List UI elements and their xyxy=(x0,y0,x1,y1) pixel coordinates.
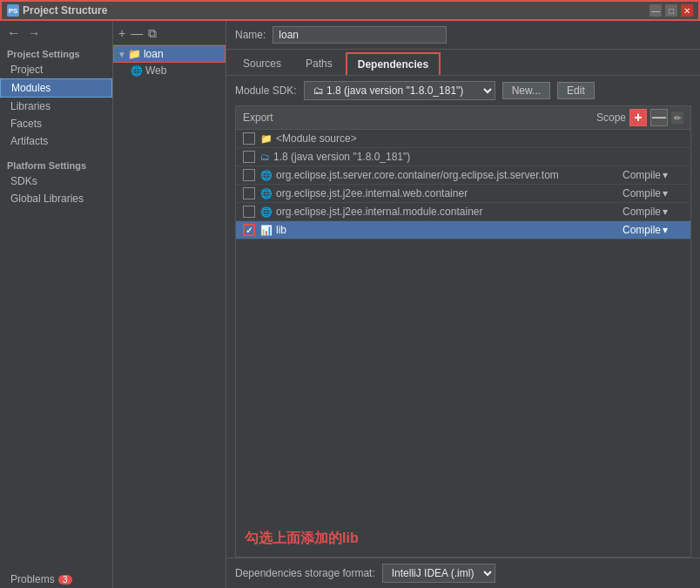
globe-icon: 🌐 xyxy=(260,170,273,181)
sdk-row: Module SDK: 🗂 1.8 (java version "1.8.0_1… xyxy=(226,76,700,105)
title-text: Project Structure xyxy=(23,4,107,17)
row-scope: Compile ▾ xyxy=(623,224,683,236)
project-settings-label: Project Settings xyxy=(0,45,112,61)
main-container: ← → Project Settings Project Modules Lib… xyxy=(0,21,700,588)
maximize-button[interactable]: □ xyxy=(665,4,677,17)
sdk-folder-icon: 🗂 xyxy=(260,152,270,162)
tree-copy-button[interactable]: ⧉ xyxy=(146,27,158,39)
table-header-right: Scope + — ✏ xyxy=(596,109,683,126)
platform-settings-label: Platform Settings xyxy=(0,153,112,172)
title-icon: PS xyxy=(7,4,19,17)
scope-label: Scope xyxy=(596,112,626,124)
folder-icon: 📁 xyxy=(128,48,141,60)
tab-sources[interactable]: Sources xyxy=(232,52,293,75)
title-bar: PS Project Structure — □ ✕ xyxy=(0,0,700,21)
sidebar-item-libraries[interactable]: Libraries xyxy=(0,98,112,115)
dependencies-table: Export Scope + — ✏ 📁 <Module source> xyxy=(235,105,691,558)
minimize-button[interactable]: — xyxy=(650,4,662,17)
new-button[interactable]: New... xyxy=(502,82,550,99)
name-label: Name: xyxy=(235,29,266,41)
storage-format-select[interactable]: IntelliJ IDEA (.iml) xyxy=(382,564,495,583)
sidebar-item-facets[interactable]: Facets xyxy=(0,115,112,132)
sidebar: ← → Project Settings Project Modules Lib… xyxy=(0,21,113,588)
row-text: 1.8 (java version "1.8.0_181") xyxy=(273,151,619,163)
row-text: org.eclipse.jst.j2ee.internal.module.con… xyxy=(276,206,619,218)
row-text: org.eclipse.jst.server.core.container/or… xyxy=(276,169,619,181)
tree-child-name: Web xyxy=(145,64,166,77)
table-edit-icon[interactable]: ✏ xyxy=(671,112,683,124)
table-add-button[interactable]: + xyxy=(629,109,647,126)
table-row[interactable]: 🌐 org.eclipse.jst.j2ee.internal.web.cont… xyxy=(236,185,690,203)
web-icon: 🌐 xyxy=(131,65,143,77)
scope-dropdown-icon[interactable]: ▾ xyxy=(663,224,668,236)
table-row[interactable]: 🗂 1.8 (java version "1.8.0_181") xyxy=(236,148,690,166)
row-text: lib xyxy=(276,224,619,236)
tab-paths[interactable]: Paths xyxy=(294,52,344,75)
scope-dropdown-icon[interactable]: ▾ xyxy=(663,206,668,218)
row-checkbox[interactable] xyxy=(243,187,255,199)
table-row[interactable]: 🌐 org.eclipse.jst.j2ee.internal.module.c… xyxy=(236,203,690,221)
tree-module-name: loan xyxy=(144,48,164,60)
globe-icon: 🌐 xyxy=(260,188,273,199)
sdk-label: Module SDK: xyxy=(235,84,297,97)
sidebar-item-project[interactable]: Project xyxy=(0,61,112,78)
name-row: Name: xyxy=(226,21,700,50)
lib-icon: 📊 xyxy=(260,225,273,236)
sidebar-item-modules[interactable]: Modules xyxy=(0,78,112,98)
tree-remove-button[interactable]: — xyxy=(129,27,145,39)
tab-dependencies[interactable]: Dependencies xyxy=(346,52,441,75)
scope-dropdown-icon[interactable]: ▾ xyxy=(663,169,668,181)
folder-icon: 📁 xyxy=(260,133,273,145)
export-label: Export xyxy=(243,112,273,124)
tree-module-loan[interactable]: ▼ 📁 loan xyxy=(113,45,225,63)
content-panel: Name: Sources Paths Dependencies Module … xyxy=(226,21,700,588)
tree-add-button[interactable]: + xyxy=(117,27,127,39)
annotation-text: 勾选上面添加的lib xyxy=(236,521,690,557)
tree-toolbar: + — ⧉ xyxy=(113,21,225,45)
row-checkbox[interactable] xyxy=(243,169,255,181)
bottom-row: Dependencies storage format: IntelliJ ID… xyxy=(226,558,700,588)
table-remove-button[interactable]: — xyxy=(650,109,668,126)
module-tree-panel: + — ⧉ ▼ 📁 loan 🌐 Web xyxy=(113,21,226,588)
row-checkbox[interactable] xyxy=(243,151,255,163)
tree-arrow: ▼ xyxy=(118,50,126,59)
title-bar-left: PS Project Structure xyxy=(7,4,107,17)
row-text: <Module source> xyxy=(276,132,619,145)
sidebar-toolbar: ← → xyxy=(0,21,112,45)
sidebar-item-problems[interactable]: Problems 3 xyxy=(0,571,112,588)
edit-button[interactable]: Edit xyxy=(557,82,595,99)
bottom-label: Dependencies storage format: xyxy=(235,567,375,579)
row-checkbox-checked[interactable] xyxy=(243,224,255,236)
back-button[interactable]: ← xyxy=(5,26,23,40)
row-scope: Compile ▾ xyxy=(623,187,683,199)
sidebar-item-artifacts[interactable]: Artifacts xyxy=(0,132,112,150)
table-body: 📁 <Module source> 🗂 1.8 (java version "1… xyxy=(236,130,690,521)
table-header: Export Scope + — ✏ xyxy=(236,106,690,130)
row-checkbox[interactable] xyxy=(243,206,255,218)
row-scope: Compile ▾ xyxy=(623,206,683,218)
tabs-row: Sources Paths Dependencies xyxy=(226,50,700,76)
row-checkbox[interactable] xyxy=(243,132,255,145)
table-row[interactable]: 🌐 org.eclipse.jst.server.core.container/… xyxy=(236,166,690,185)
globe-icon: 🌐 xyxy=(260,206,273,218)
table-row-lib[interactable]: 📊 lib Compile ▾ xyxy=(236,221,690,240)
sidebar-item-sdks[interactable]: SDKs xyxy=(0,172,112,190)
row-scope: Compile ▾ xyxy=(623,169,683,181)
close-button[interactable]: ✕ xyxy=(681,4,693,17)
row-text: org.eclipse.jst.j2ee.internal.web.contai… xyxy=(276,187,619,199)
name-input[interactable] xyxy=(273,26,447,44)
tree-module-web[interactable]: 🌐 Web xyxy=(113,63,225,78)
sdk-select[interactable]: 🗂 1.8 (java version "1.8.0_181") xyxy=(304,81,495,100)
title-controls: — □ ✕ xyxy=(650,4,693,17)
problems-badge: 3 xyxy=(58,575,72,585)
scope-dropdown-icon[interactable]: ▾ xyxy=(663,187,668,199)
forward-button[interactable]: → xyxy=(26,27,42,39)
table-row[interactable]: 📁 <Module source> xyxy=(236,130,690,148)
sidebar-item-global-libraries[interactable]: Global Libraries xyxy=(0,190,112,207)
